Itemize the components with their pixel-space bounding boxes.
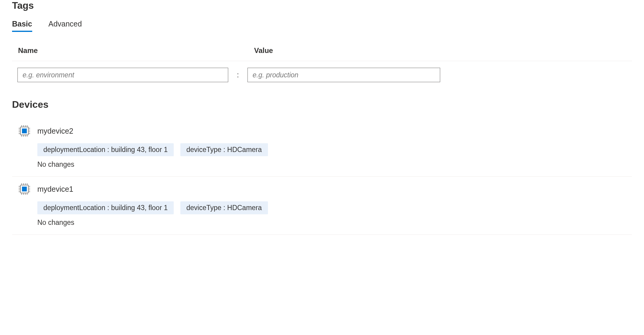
devices-heading: Devices bbox=[12, 99, 632, 110]
svg-rect-1 bbox=[22, 129, 27, 133]
tag-pill: deploymentLocation : building 43, floor … bbox=[37, 143, 174, 156]
device-name-label[interactable]: mydevice2 bbox=[37, 127, 73, 135]
tab-advanced[interactable]: Advanced bbox=[48, 20, 82, 32]
device-tags-row: deploymentLocation : building 43, floor … bbox=[37, 201, 632, 214]
tags-table-header: Name Value bbox=[12, 46, 632, 61]
tab-basic[interactable]: Basic bbox=[12, 20, 32, 32]
device-list: mydevice2 deploymentLocation : building … bbox=[12, 119, 632, 235]
device-item: mydevice2 deploymentLocation : building … bbox=[12, 119, 632, 177]
device-item: mydevice1 deploymentLocation : building … bbox=[12, 177, 632, 235]
tag-input-row: : bbox=[12, 68, 632, 82]
chip-icon bbox=[17, 124, 31, 138]
device-tags-row: deploymentLocation : building 43, floor … bbox=[37, 143, 632, 156]
tag-name-input[interactable] bbox=[17, 68, 228, 82]
tabs-container: Basic Advanced bbox=[12, 20, 632, 32]
device-header: mydevice2 bbox=[17, 124, 632, 138]
tag-value-input[interactable] bbox=[247, 68, 440, 82]
column-header-value: Value bbox=[254, 46, 273, 55]
device-status: No changes bbox=[37, 160, 632, 169]
chip-icon bbox=[17, 182, 31, 196]
device-status: No changes bbox=[37, 219, 632, 227]
tags-heading: Tags bbox=[12, 0, 632, 11]
svg-rect-19 bbox=[22, 187, 27, 191]
tag-pill: deploymentLocation : building 43, floor … bbox=[37, 201, 174, 214]
tag-pill: deviceType : HDCamera bbox=[180, 201, 268, 214]
colon-separator: : bbox=[228, 71, 247, 79]
column-header-name: Name bbox=[18, 46, 250, 55]
device-name-label[interactable]: mydevice1 bbox=[37, 185, 73, 194]
device-header: mydevice1 bbox=[17, 182, 632, 196]
tag-pill: deviceType : HDCamera bbox=[180, 143, 268, 156]
